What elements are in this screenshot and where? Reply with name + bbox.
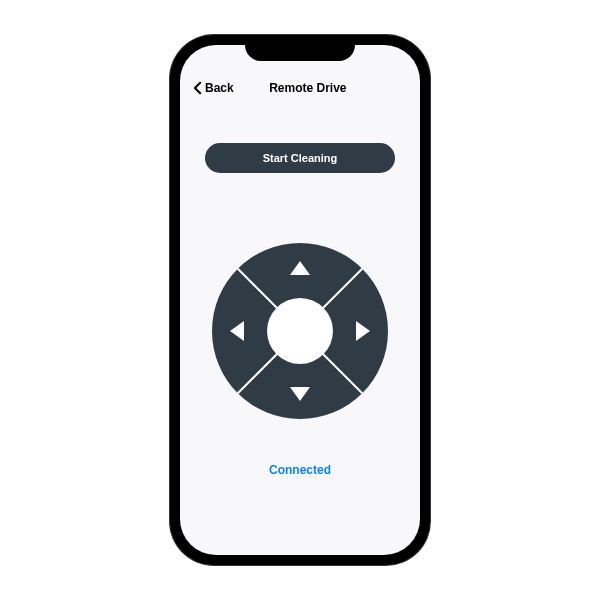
main-content: Start Cleaning Connected — [180, 103, 420, 477]
dpad-left-button[interactable] — [230, 321, 244, 341]
connection-status: Connected — [269, 463, 331, 477]
dpad-right-button[interactable] — [356, 321, 370, 341]
dpad-center-button[interactable] — [267, 298, 333, 364]
dpad-up-button[interactable] — [290, 261, 310, 275]
phone-frame: Back Remote Drive Start Cleaning Connect… — [170, 35, 430, 565]
dpad-down-button[interactable] — [290, 387, 310, 401]
phone-notch — [245, 35, 355, 61]
page-title: Remote Drive — [208, 81, 408, 95]
chevron-left-icon — [192, 81, 203, 95]
start-cleaning-button[interactable]: Start Cleaning — [205, 143, 395, 173]
phone-screen: Back Remote Drive Start Cleaning Connect… — [180, 45, 420, 555]
direction-pad — [212, 243, 388, 419]
